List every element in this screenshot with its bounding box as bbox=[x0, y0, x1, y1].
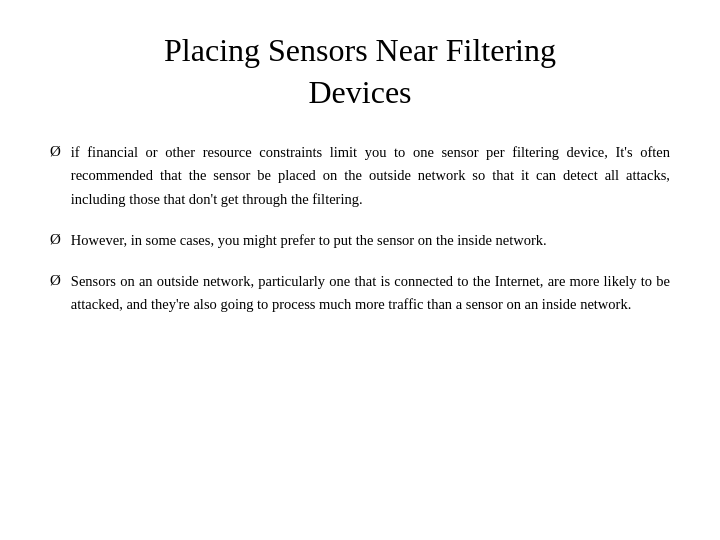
page-title: Placing Sensors Near Filtering Devices bbox=[50, 30, 670, 113]
title-block: Placing Sensors Near Filtering Devices bbox=[50, 30, 670, 113]
list-item: ØSensors on an outside network, particul… bbox=[50, 270, 670, 316]
bullet-symbol-icon: Ø bbox=[50, 231, 61, 248]
title-line2: Devices bbox=[308, 74, 411, 110]
bullet-text-2: However, in some cases, you might prefer… bbox=[71, 229, 547, 252]
bullet-text-1: if financial or other resource constrain… bbox=[71, 141, 670, 211]
bullet-text-3: Sensors on an outside network, particula… bbox=[71, 270, 670, 316]
title-line1: Placing Sensors Near Filtering bbox=[164, 32, 556, 68]
bullet-list: Øif financial or other resource constrai… bbox=[50, 141, 670, 316]
list-item: ØHowever, in some cases, you might prefe… bbox=[50, 229, 670, 252]
bullet-symbol-icon: Ø bbox=[50, 143, 61, 160]
bullet-symbol-icon: Ø bbox=[50, 272, 61, 289]
page: Placing Sensors Near Filtering Devices Ø… bbox=[0, 0, 720, 540]
list-item: Øif financial or other resource constrai… bbox=[50, 141, 670, 211]
